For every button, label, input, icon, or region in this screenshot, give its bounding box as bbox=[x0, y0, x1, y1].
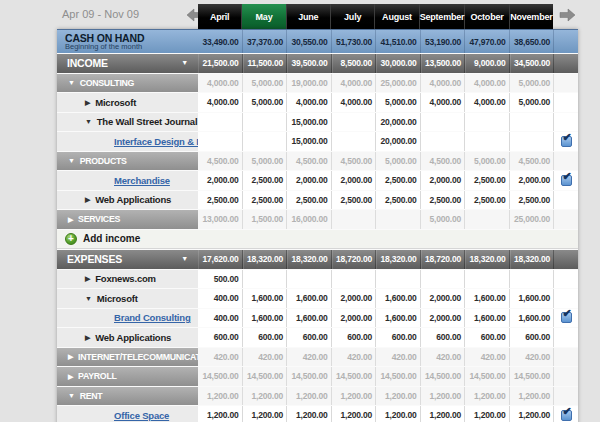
cell-microsoft-expenses-november[interactable]: 1,600.00 bbox=[510, 289, 555, 308]
row-label-wall-street-journal[interactable]: ▼The Wall Street Journal bbox=[57, 113, 198, 132]
cell-web-applications-expenses-september[interactable]: 600.00 bbox=[421, 328, 466, 347]
row-label-brand-consulting[interactable]: Brand Consulting bbox=[57, 309, 198, 328]
cell-office-space-july[interactable]: 1,200.00 bbox=[332, 406, 377, 422]
row-label-web-applications-income[interactable]: ▶Web Applications bbox=[57, 191, 198, 210]
row-label-internet-telecommunications[interactable]: ▶INTERNET/TELECOMMUNICATIONS bbox=[57, 348, 198, 367]
checkbox-merchandise[interactable]: ✔ bbox=[561, 175, 572, 186]
row-label-expenses-header[interactable]: EXPENSES▼ bbox=[57, 250, 198, 269]
cell-web-applications-income-august[interactable]: 2,500.00 bbox=[376, 191, 421, 210]
cell-wall-street-journal-november[interactable] bbox=[510, 113, 555, 132]
tab-june[interactable]: June bbox=[287, 4, 331, 29]
cell-microsoft-income-may[interactable]: 5,000.00 bbox=[243, 93, 288, 112]
cell-merchandise-july[interactable]: 2,000.00 bbox=[332, 171, 377, 190]
cell-web-applications-expenses-june[interactable]: 600.00 bbox=[287, 328, 332, 347]
row-label-office-space[interactable]: Office Space bbox=[57, 406, 198, 422]
row-label-web-applications-expenses[interactable]: ▶Web Applications bbox=[57, 328, 198, 347]
cell-interface-design-development-october[interactable] bbox=[465, 132, 510, 151]
cell-wall-street-journal-august[interactable]: 20,000.00 bbox=[376, 113, 421, 132]
cell-wall-street-journal-may[interactable] bbox=[243, 113, 288, 132]
cell-brand-consulting-august[interactable]: 1,600.00 bbox=[376, 309, 421, 328]
checkbox-brand-consulting[interactable]: ✔ bbox=[561, 312, 572, 323]
cell-foxnews-november[interactable] bbox=[510, 270, 555, 289]
cell-office-space-august[interactable]: 1,200.00 bbox=[376, 406, 421, 422]
cell-web-applications-income-april[interactable]: 2,500.00 bbox=[198, 191, 243, 210]
cell-brand-consulting-october[interactable]: 1,600.00 bbox=[465, 309, 510, 328]
cell-microsoft-expenses-august[interactable]: 1,600.00 bbox=[376, 289, 421, 308]
cell-web-applications-expenses-august[interactable]: 600.00 bbox=[376, 328, 421, 347]
cell-brand-consulting-november[interactable]: 1,600.00 bbox=[510, 309, 555, 328]
cell-office-space-november[interactable]: 1,200.00 bbox=[510, 406, 555, 422]
cell-interface-design-development-may[interactable] bbox=[243, 132, 288, 151]
arrow-right-icon[interactable] bbox=[559, 8, 576, 22]
cell-interface-design-development-september[interactable] bbox=[421, 132, 466, 151]
checkbox-interface-design-development[interactable]: ✔ bbox=[561, 136, 572, 147]
cell-foxnews-june[interactable] bbox=[287, 270, 332, 289]
cell-microsoft-income-july[interactable]: 4,000.00 bbox=[332, 93, 377, 112]
cell-merchandise-april[interactable]: 2,000.00 bbox=[198, 171, 243, 190]
cell-microsoft-income-april[interactable]: 4,000.00 bbox=[198, 93, 243, 112]
add-income-button[interactable]: +Add income bbox=[57, 230, 578, 250]
row-label-services[interactable]: ▶SERVICES bbox=[57, 210, 198, 229]
cell-web-applications-income-june[interactable]: 2,500.00 bbox=[287, 191, 332, 210]
tab-august[interactable]: August bbox=[375, 4, 419, 29]
checkbox-cell-office-space[interactable]: ✔ bbox=[554, 406, 578, 422]
cell-microsoft-income-september[interactable]: 4,000.00 bbox=[421, 93, 466, 112]
cell-office-space-september[interactable]: 1,200.00 bbox=[421, 406, 466, 422]
cell-web-applications-income-october[interactable]: 2,500.00 bbox=[465, 191, 510, 210]
cell-web-applications-income-may[interactable]: 2,500.00 bbox=[243, 191, 288, 210]
cell-merchandise-june[interactable]: 2,000.00 bbox=[287, 171, 332, 190]
cell-wall-street-journal-september[interactable] bbox=[421, 113, 466, 132]
row-label-payroll[interactable]: ▶PAYROLL bbox=[57, 367, 198, 386]
tab-july[interactable]: July bbox=[331, 4, 375, 29]
row-label-products[interactable]: ▼PRODUCTS bbox=[57, 152, 198, 171]
cell-microsoft-expenses-october[interactable]: 1,600.00 bbox=[465, 289, 510, 308]
cell-wall-street-journal-october[interactable] bbox=[465, 113, 510, 132]
tab-september[interactable]: September bbox=[420, 4, 466, 29]
row-label-rent[interactable]: ▼RENT bbox=[57, 387, 198, 406]
cell-web-applications-expenses-july[interactable]: 600.00 bbox=[332, 328, 377, 347]
tab-october[interactable]: October bbox=[465, 4, 509, 29]
cell-interface-design-development-august[interactable]: 20,000.00 bbox=[376, 132, 421, 151]
cell-microsoft-expenses-april[interactable]: 400.00 bbox=[198, 289, 243, 308]
tab-april[interactable]: April bbox=[198, 4, 242, 29]
cell-microsoft-income-june[interactable]: 4,000.00 bbox=[287, 93, 332, 112]
cell-web-applications-income-november[interactable]: 2,500.00 bbox=[510, 191, 555, 210]
cell-wall-street-journal-june[interactable]: 15,000.00 bbox=[287, 113, 332, 132]
row-label-microsoft-income[interactable]: ▶Microsoft bbox=[57, 93, 198, 112]
cell-microsoft-expenses-july[interactable]: 2,000.00 bbox=[332, 289, 377, 308]
row-label-income-header[interactable]: INCOME▼ bbox=[57, 54, 198, 73]
cell-foxnews-august[interactable] bbox=[376, 270, 421, 289]
cell-brand-consulting-may[interactable]: 1,600.00 bbox=[243, 309, 288, 328]
checkbox-cell-interface-design-development[interactable]: ✔ bbox=[554, 132, 578, 151]
cell-merchandise-september[interactable]: 2,000.00 bbox=[421, 171, 466, 190]
row-label-consulting[interactable]: ▼CONSULTING bbox=[57, 74, 198, 93]
cell-interface-design-development-april[interactable] bbox=[198, 132, 243, 151]
cell-merchandise-october[interactable]: 2,500.00 bbox=[465, 171, 510, 190]
cell-wall-street-journal-july[interactable] bbox=[332, 113, 377, 132]
cell-office-space-may[interactable]: 1,200.00 bbox=[243, 406, 288, 422]
cell-office-space-october[interactable]: 1,200.00 bbox=[465, 406, 510, 422]
cell-interface-design-development-july[interactable] bbox=[332, 132, 377, 151]
cell-microsoft-expenses-may[interactable]: 1,600.00 bbox=[243, 289, 288, 308]
cell-brand-consulting-june[interactable]: 1,600.00 bbox=[287, 309, 332, 328]
row-label-foxnews[interactable]: ▶Foxnews.com bbox=[57, 270, 198, 289]
cell-microsoft-expenses-june[interactable]: 1,600.00 bbox=[287, 289, 332, 308]
cell-office-space-april[interactable]: 1,200.00 bbox=[198, 406, 243, 422]
cell-foxnews-may[interactable] bbox=[243, 270, 288, 289]
cell-microsoft-income-november[interactable]: 5,000.00 bbox=[510, 93, 555, 112]
cell-foxnews-september[interactable] bbox=[421, 270, 466, 289]
cell-wall-street-journal-april[interactable] bbox=[198, 113, 243, 132]
checkbox-office-space[interactable]: ✔ bbox=[561, 410, 572, 421]
cell-microsoft-income-october[interactable]: 4,000.00 bbox=[465, 93, 510, 112]
cell-microsoft-expenses-september[interactable]: 2,000.00 bbox=[421, 289, 466, 308]
cell-brand-consulting-september[interactable]: 2,000.00 bbox=[421, 309, 466, 328]
checkbox-cell-brand-consulting[interactable]: ✔ bbox=[554, 309, 578, 328]
cell-foxnews-july[interactable] bbox=[332, 270, 377, 289]
cell-web-applications-expenses-october[interactable]: 600.00 bbox=[465, 328, 510, 347]
row-label-microsoft-expenses[interactable]: ▼Microsoft bbox=[57, 289, 198, 308]
cell-microsoft-income-august[interactable]: 5,000.00 bbox=[376, 93, 421, 112]
tab-may[interactable]: May bbox=[242, 4, 286, 29]
cell-foxnews-october[interactable] bbox=[465, 270, 510, 289]
cell-merchandise-august[interactable]: 2,500.00 bbox=[376, 171, 421, 190]
cell-merchandise-november[interactable]: 2,000.00 bbox=[510, 171, 555, 190]
